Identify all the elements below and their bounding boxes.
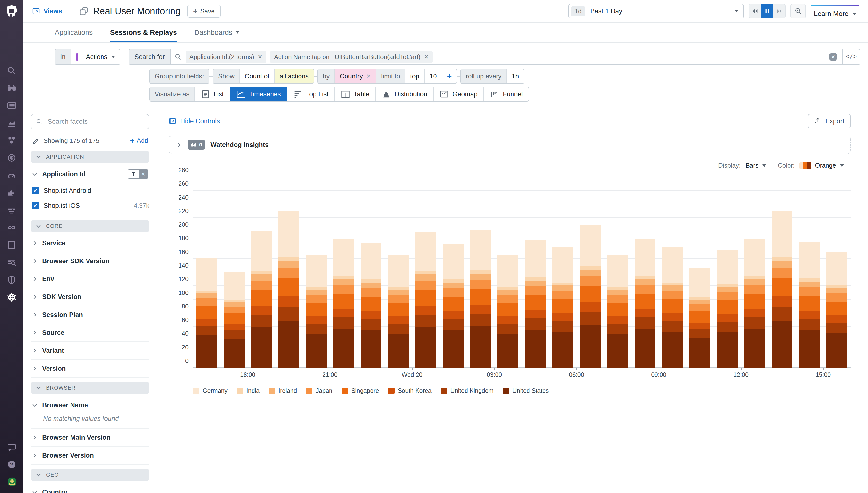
tab-applications[interactable]: Applications bbox=[55, 23, 92, 42]
bar-segment-united-states[interactable] bbox=[799, 330, 820, 368]
bar-segment-united-states[interactable] bbox=[333, 329, 354, 368]
stacked-bar[interactable] bbox=[333, 239, 354, 368]
watchdog-icon[interactable] bbox=[7, 83, 17, 93]
bar-segment-united-kingdom[interactable] bbox=[333, 318, 354, 329]
bar-segment-ireland[interactable] bbox=[443, 283, 463, 288]
facet-version[interactable]: Version bbox=[30, 360, 149, 378]
bar-segment-ireland[interactable] bbox=[580, 270, 601, 276]
bar-segment-germany[interactable] bbox=[607, 255, 628, 287]
bar-segment-ireland[interactable] bbox=[826, 288, 847, 294]
bar-segment-ireland[interactable] bbox=[333, 279, 354, 285]
facet-section-browser[interactable]: BROWSER bbox=[30, 382, 149, 394]
search-filter-chip[interactable]: Action Name:tap on _UIButtonBarButton(ad… bbox=[270, 51, 433, 63]
stacked-bar[interactable] bbox=[415, 232, 436, 368]
bar-segment-singapore[interactable] bbox=[717, 300, 738, 314]
bar-segment-japan[interactable] bbox=[360, 288, 381, 297]
legend-item-south-korea[interactable]: South Korea bbox=[388, 387, 432, 394]
legend-item-ireland[interactable]: Ireland bbox=[269, 387, 297, 394]
remove-facet-filter-icon[interactable]: ✕ bbox=[139, 170, 148, 178]
bar-segment-india[interactable] bbox=[470, 271, 491, 274]
stacked-bar[interactable] bbox=[196, 258, 217, 368]
bar-segment-japan[interactable] bbox=[689, 304, 710, 311]
chat-icon[interactable] bbox=[7, 443, 17, 452]
measure-selector[interactable]: all actions bbox=[275, 69, 314, 83]
bar-segment-south-korea[interactable] bbox=[333, 309, 354, 318]
bar-segment-united-kingdom[interactable] bbox=[443, 319, 463, 330]
count-of-selector[interactable]: Count of bbox=[240, 69, 275, 83]
bar-segment-japan[interactable] bbox=[333, 285, 354, 295]
bar-segment-united-kingdom[interactable] bbox=[360, 319, 381, 330]
bar-segment-india[interactable] bbox=[607, 287, 628, 290]
bar-segment-singapore[interactable] bbox=[689, 311, 710, 323]
bar-segment-singapore[interactable] bbox=[443, 297, 463, 311]
facet-section-core[interactable]: CORE bbox=[30, 220, 149, 233]
limit-direction-selector[interactable]: top bbox=[406, 69, 425, 83]
bar-segment-india[interactable] bbox=[635, 276, 656, 279]
bar-segment-united-kingdom[interactable] bbox=[635, 318, 656, 329]
bar-segment-united-kingdom[interactable] bbox=[251, 315, 272, 327]
bar-segment-united-states[interactable] bbox=[360, 330, 381, 368]
bar-segment-united-kingdom[interactable] bbox=[799, 319, 820, 330]
remove-group-by-icon[interactable]: ✕ bbox=[366, 73, 371, 80]
bar-segment-singapore[interactable] bbox=[360, 297, 381, 311]
add-facet-button[interactable]: + Add bbox=[130, 136, 148, 145]
bar-segment-ireland[interactable] bbox=[388, 290, 409, 295]
bar-segment-germany[interactable] bbox=[306, 255, 327, 287]
facet-session-plan[interactable]: Session Plan bbox=[30, 306, 149, 324]
bar-segment-united-kingdom[interactable] bbox=[771, 306, 792, 321]
stacked-bar[interactable] bbox=[306, 255, 327, 368]
display-selector[interactable]: Bars bbox=[745, 162, 766, 169]
bar-segment-united-states[interactable] bbox=[278, 321, 299, 368]
bar-segment-germany[interactable] bbox=[826, 252, 847, 285]
tab-sessions-replays[interactable]: Sessions & Replays bbox=[110, 23, 177, 42]
bar-segment-united-states[interactable] bbox=[717, 333, 738, 368]
group-by-chip[interactable]: Country✕ bbox=[335, 69, 376, 83]
bar-segment-united-kingdom[interactable] bbox=[826, 323, 847, 333]
bar-segment-ireland[interactable] bbox=[306, 290, 327, 295]
bar-segment-ireland[interactable] bbox=[360, 283, 381, 288]
bar-segment-united-kingdom[interactable] bbox=[224, 330, 245, 339]
search-icon[interactable] bbox=[7, 66, 17, 76]
bar-segment-india[interactable] bbox=[360, 279, 381, 283]
bar-segment-united-kingdom[interactable] bbox=[717, 322, 738, 333]
bar-segment-united-states[interactable] bbox=[553, 332, 573, 368]
stacked-bar[interactable] bbox=[497, 255, 518, 368]
save-button[interactable]: + Save bbox=[187, 5, 221, 18]
rollup-value-selector[interactable]: 1h bbox=[507, 69, 524, 83]
bar-segment-singapore[interactable] bbox=[306, 303, 327, 316]
bar-segment-south-korea[interactable] bbox=[278, 296, 299, 306]
bar-segment-india[interactable] bbox=[251, 271, 272, 274]
pause-button[interactable] bbox=[761, 4, 773, 18]
notebooks-icon[interactable] bbox=[7, 240, 17, 250]
bar-segment-south-korea[interactable] bbox=[662, 313, 683, 321]
bar-segment-germany[interactable] bbox=[799, 242, 820, 278]
facet-country[interactable]: Country bbox=[30, 483, 149, 493]
bar-segment-united-states[interactable] bbox=[525, 329, 546, 368]
bar-segment-germany[interactable] bbox=[553, 246, 573, 283]
bar-segment-germany[interactable] bbox=[196, 258, 217, 291]
stacked-bar[interactable] bbox=[443, 244, 463, 368]
bar-segment-germany[interactable] bbox=[278, 211, 299, 257]
bar-segment-japan[interactable] bbox=[497, 295, 518, 303]
bar-segment-ireland[interactable] bbox=[196, 294, 217, 298]
bar-segment-germany[interactable] bbox=[388, 255, 409, 287]
visualize-option-funnel[interactable]: Funnel bbox=[484, 87, 529, 101]
bar-segment-japan[interactable] bbox=[717, 292, 738, 300]
facet-search-input[interactable] bbox=[47, 117, 144, 126]
color-selector[interactable]: Orange bbox=[800, 162, 844, 169]
stacked-bar[interactable] bbox=[388, 255, 409, 368]
bar-segment-india[interactable] bbox=[278, 257, 299, 261]
infrastructure-icon[interactable] bbox=[7, 135, 17, 145]
bar-segment-ireland[interactable] bbox=[525, 281, 546, 286]
bar-segment-united-kingdom[interactable] bbox=[497, 323, 518, 334]
tab-dashboards[interactable]: Dashboards bbox=[194, 23, 240, 42]
bar-segment-united-states[interactable] bbox=[580, 325, 601, 368]
bar-segment-india[interactable] bbox=[771, 257, 792, 261]
facet-section-application[interactable]: APPLICATION bbox=[30, 151, 149, 163]
bar-segment-india[interactable] bbox=[224, 300, 245, 302]
bar-segment-united-states[interactable] bbox=[470, 326, 491, 368]
facet-browser-sdk-version[interactable]: Browser SDK Version bbox=[30, 252, 149, 270]
bar-segment-south-korea[interactable] bbox=[580, 302, 601, 312]
zoom-out-button[interactable] bbox=[790, 4, 806, 18]
stacked-bar[interactable] bbox=[360, 243, 381, 368]
